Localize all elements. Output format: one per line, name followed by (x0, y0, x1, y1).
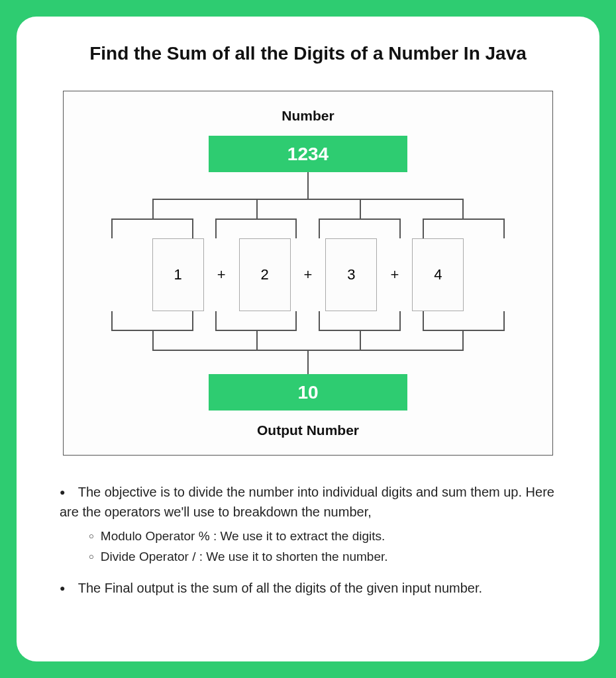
list-item: The objective is to divide the number in… (60, 482, 556, 566)
page-title: Find the Sum of all the Digits of a Numb… (46, 43, 570, 64)
explanation-list: The objective is to divide the number in… (60, 482, 556, 610)
digit-box: 2 (239, 238, 291, 311)
card: Find the Sum of all the Digits of a Numb… (17, 17, 599, 661)
connector-stem (307, 351, 309, 374)
diagram-frame: Number 1234 1 + 2 + 3 + 4 (63, 91, 553, 456)
digit-box: 1 (152, 238, 204, 311)
list-item: The Final output is the sum of all the d… (60, 578, 556, 598)
sub-list-item: Divide Operator / : We use it to shorten… (89, 548, 556, 567)
bullet-text: The objective is to divide the number in… (60, 485, 554, 519)
output-label: Output Number (83, 422, 533, 438)
bullet-text: The Final output is the sum of all the d… (78, 581, 482, 595)
input-number-box: 1234 (209, 136, 407, 172)
plus-icon: + (390, 266, 399, 283)
output-number-box: 10 (209, 374, 407, 411)
plus-icon: + (217, 266, 226, 283)
digit-box: 4 (412, 238, 464, 311)
connector-split (103, 199, 513, 238)
sub-list-item: Modulo Operator % : We use it to extract… (89, 527, 556, 546)
plus-icon: + (304, 266, 313, 283)
digit-box: 3 (325, 238, 377, 311)
digits-row: 1 + 2 + 3 + 4 (103, 238, 513, 311)
connector-stem (307, 172, 309, 199)
connector-merge (103, 311, 513, 351)
number-label: Number (83, 108, 533, 124)
